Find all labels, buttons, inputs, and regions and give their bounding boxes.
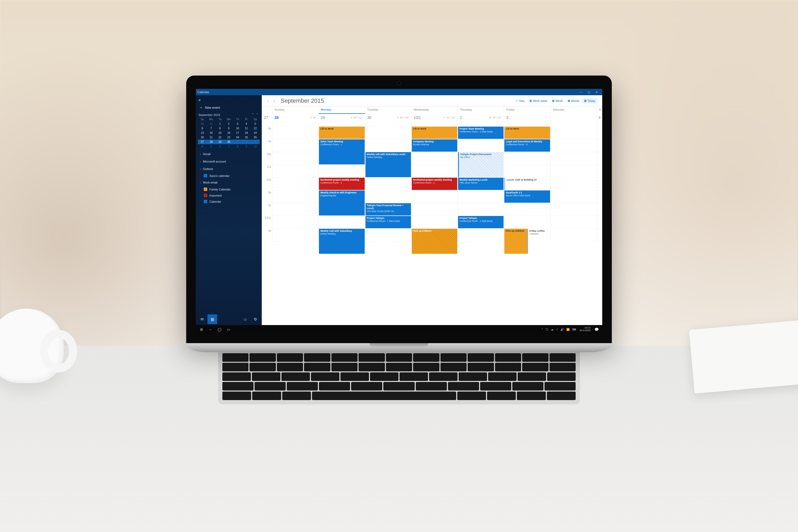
checkbox-icon[interactable]: ✓ — [204, 194, 207, 197]
hour-cell[interactable] — [458, 139, 504, 152]
hour-cell[interactable] — [272, 216, 319, 229]
hour-cell[interactable]: Sales Team MeetingConference Room - 1 — [319, 139, 365, 152]
calendar-event[interactable]: Pick up children — [412, 229, 457, 254]
calendar-grid[interactable]: 2728☀19°29☀22° / 12°30☀22° / 13°10/1☀21°… — [262, 114, 602, 325]
tray-wifi-icon[interactable]: 📶 — [566, 328, 570, 331]
hamburger-icon[interactable]: ≡ — [196, 97, 262, 103]
tray-volume-icon[interactable]: 🔊 — [560, 328, 564, 331]
hour-cell[interactable] — [319, 152, 365, 165]
hour-cell[interactable] — [365, 190, 412, 203]
hour-cell[interactable] — [551, 203, 597, 216]
maximize-button[interactable]: ▢ — [585, 89, 593, 95]
calendar-event[interactable]: Project TailspinConference Room - 1 Sara… — [458, 216, 504, 228]
hour-cell[interactable] — [365, 165, 412, 178]
hour-cell[interactable] — [272, 152, 319, 165]
calendar-event[interactable]: Northwind project weekly meetingConferen… — [319, 178, 364, 190]
date-cell[interactable]: 28☀19° — [272, 114, 319, 127]
hour-cell[interactable] — [597, 152, 602, 165]
hour-cell[interactable]: Lift to Work — [412, 127, 458, 139]
hour-cell[interactable] — [504, 216, 550, 229]
hour-cell[interactable] — [551, 229, 597, 242]
hour-cell[interactable] — [551, 152, 597, 165]
view-day[interactable]: ▭Day — [514, 98, 527, 103]
tray-display-icon[interactable]: 🖵 — [546, 328, 548, 331]
cortana-icon[interactable]: ◯ — [215, 325, 224, 334]
hour-cell[interactable] — [504, 152, 550, 165]
date-cell[interactable]: 29☀22° / 12° — [319, 114, 365, 127]
hour-cell[interactable] — [272, 139, 319, 152]
calendar-item[interactable]: ✓Family Calendar — [196, 186, 262, 192]
back-button[interactable]: ← — [206, 325, 215, 334]
hour-cell[interactable] — [597, 139, 602, 152]
calendar-event[interactable]: Tailspin Toys Proposal Review + LunchUmi… — [365, 203, 411, 215]
tray-up-icon[interactable]: ˄ — [542, 328, 543, 331]
hour-cell[interactable] — [597, 203, 602, 216]
calendar-icon[interactable]: ▦ — [208, 315, 217, 324]
close-button[interactable]: ✕ — [593, 89, 601, 95]
mini-cal-prev[interactable]: ˄ — [251, 113, 254, 116]
hour-cell[interactable] — [365, 229, 412, 242]
hour-cell[interactable]: Lunch; Cafe at Building 37 — [504, 178, 550, 190]
calendar-event[interactable]: Weekly Marketing LunchTBD Janer Schorr — [458, 178, 504, 190]
prev-week[interactable]: ‹ — [267, 98, 270, 104]
feedback-icon[interactable]: ☺ — [241, 315, 250, 324]
tray-onedrive-icon[interactable]: ☁ — [551, 328, 554, 331]
hour-cell[interactable] — [597, 229, 602, 242]
calendar-event[interactable]: Company MeetingBonnie Kearney — [412, 139, 457, 152]
checkbox-icon[interactable]: ✓ — [204, 174, 207, 177]
hour-cell[interactable] — [551, 216, 597, 229]
view-workweek[interactable]: ▦Work week — [527, 98, 549, 103]
hour-cell[interactable] — [551, 165, 597, 178]
hour-cell[interactable] — [272, 203, 319, 216]
calendar-item[interactable]: ✓Calendar — [196, 198, 262, 205]
checkbox-icon[interactable]: ✓ — [204, 188, 207, 191]
tray-bluetooth-icon[interactable]: ᚼ — [556, 328, 558, 331]
hour-cell[interactable] — [458, 203, 504, 216]
view-today[interactable]: ▦Today — [582, 98, 597, 103]
calendar-event[interactable]: Sara/Garth 1:1Sara's Office Sara Davis — [504, 190, 550, 203]
hour-cell[interactable] — [597, 216, 602, 229]
hour-cell[interactable] — [365, 127, 412, 139]
hour-cell[interactable] — [551, 127, 597, 139]
hour-cell[interactable] — [458, 229, 504, 242]
date-cell[interactable]: 10/1☀21° / 12° — [412, 114, 458, 127]
view-week[interactable]: ▦Week — [550, 98, 565, 103]
minimize-button[interactable]: ─ — [577, 89, 585, 95]
calendar-item[interactable]: ✓Important — [196, 192, 262, 198]
account-work-email[interactable]: ⌄Work email — [196, 179, 262, 186]
hour-cell[interactable] — [319, 165, 365, 178]
account-gmail[interactable]: ⌄Gmail — [196, 150, 262, 158]
calendar-event[interactable]: Weekly Call with SubsidiaryOnline Meetin… — [319, 229, 364, 254]
hour-cell[interactable]: Project Team MeetingConference Room - 2 … — [458, 127, 504, 139]
hour-cell[interactable] — [458, 165, 504, 178]
date-cell[interactable]: 2⛅19° / 11° — [458, 114, 504, 127]
hour-cell[interactable]: Tailspin Toys Proposal Review + LunchUmi… — [365, 203, 412, 216]
calendar-event[interactable]: Project TailspinConference Room - 1 Sara… — [365, 216, 411, 228]
hour-cell[interactable] — [272, 190, 319, 203]
account-microsoft-account[interactable]: ⌄Microsoft account — [196, 158, 262, 165]
hour-cell[interactable] — [272, 127, 319, 139]
hour-cell[interactable] — [319, 216, 365, 229]
date-cell[interactable]: 27 — [262, 114, 272, 127]
checkbox-icon[interactable]: ✓ — [204, 200, 207, 203]
hour-cell[interactable] — [365, 178, 412, 190]
task-view-icon[interactable]: ▭ — [224, 325, 233, 334]
mini-cal-next[interactable]: ˅ — [255, 113, 259, 116]
hour-cell[interactable]: Northwind project weekly meetingConferen… — [412, 178, 458, 190]
tray-keyboard-icon[interactable]: ⌨ — [572, 328, 576, 331]
calendar-event[interactable]: Lift to Work — [504, 127, 550, 139]
hour-cell[interactable] — [272, 229, 319, 242]
calendar-event[interactable]: Lunch; Cafe at Building 37 — [504, 178, 550, 190]
hour-cell[interactable]: Weekly call with Subsidiary LeadsOnline … — [365, 152, 412, 165]
hour-cell[interactable]: Company MeetingBonnie Kearney — [412, 139, 458, 152]
hour-cell[interactable]: Pick up children — [412, 229, 458, 242]
hour-cell[interactable] — [365, 139, 412, 152]
hour-cell[interactable] — [504, 165, 550, 178]
start-button[interactable]: ⊞ — [197, 325, 206, 334]
hour-cell[interactable] — [458, 190, 504, 203]
account-outlook[interactable]: ⌄Outlook — [196, 165, 262, 173]
hour-cell[interactable] — [412, 190, 458, 203]
hour-cell[interactable] — [597, 127, 602, 139]
hour-cell[interactable]: Weekly check-in with EngineersEngineerin… — [319, 190, 365, 203]
hour-cell[interactable] — [272, 165, 319, 178]
